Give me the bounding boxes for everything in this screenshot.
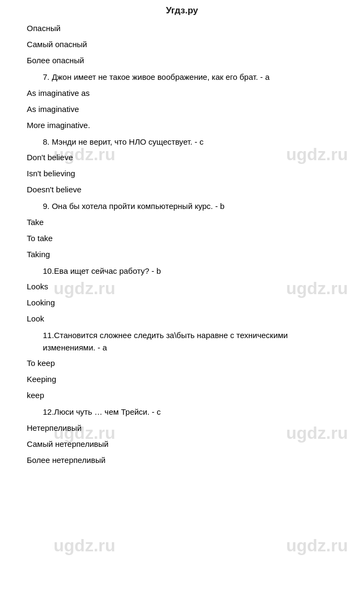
answer-option: Doesn't believe: [27, 182, 337, 198]
page-header: Угдз.ру: [0, 0, 364, 20]
answer-option: Look: [27, 311, 337, 327]
watermark-6b: ugdz.ru: [286, 536, 348, 556]
answer-option: Самый опасный: [27, 36, 337, 53]
answer-option: Taking: [27, 246, 337, 263]
answer-option: Isn't believing: [27, 166, 337, 182]
answer-option: Looks: [27, 279, 337, 295]
answer-option: Самый нетерпеливый: [27, 436, 337, 452]
answer-option: Опасный: [27, 20, 337, 36]
question-line: 8. Мэнди не верит, что НЛО существует. -…: [27, 133, 337, 150]
answer-option: Don't believe: [27, 149, 337, 166]
answer-option: Нетерпеливый: [27, 420, 337, 436]
answer-option: Более опасный: [27, 53, 337, 69]
answer-option: As imaginative as: [27, 85, 337, 101]
watermark-6: ugdz.ru: [54, 536, 116, 556]
answer-option: More imaginative.: [27, 117, 337, 133]
answer-option: keep: [27, 387, 337, 403]
answer-option: To keep: [27, 355, 337, 371]
question-line: 7. Джон имеет не такое живое воображение…: [27, 69, 337, 85]
answer-option: Take: [27, 214, 337, 230]
answer-option: As imaginative: [27, 101, 337, 117]
answer-option: Keeping: [27, 371, 337, 387]
question-line: 10.Ева ищет сейчас работу? - b: [27, 263, 337, 279]
content-area: ОпасныйСамый опасныйБолее опасный7. Джон…: [0, 20, 364, 468]
question-line: 9. Она бы хотела пройти компьютерный кур…: [27, 198, 337, 214]
question-line: 11.Становится сложнее следить за\быть на…: [27, 327, 337, 355]
answer-option: Looking: [27, 295, 337, 311]
question-line: 12.Люси чуть … чем Трейси. - с: [27, 403, 337, 420]
answer-option: To take: [27, 230, 337, 246]
answer-option: Более нетерпеливый: [27, 452, 337, 468]
